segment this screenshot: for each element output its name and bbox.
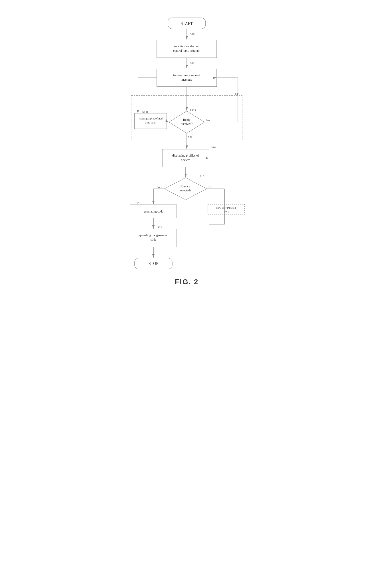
s16-box — [162, 149, 209, 167]
s20-label: S20 — [136, 201, 140, 205]
s141-text-line1: Waiting a predefined — [139, 117, 163, 120]
arrow-s141-to-s142 — [167, 121, 168, 122]
s22-text-line1: uploading the generated — [139, 234, 168, 237]
s18-text-line1: Device — [181, 185, 190, 188]
s20-text: generating code — [144, 210, 163, 213]
fig-label: FIG. 2 — [175, 278, 199, 286]
s142-label: S142 — [190, 108, 196, 111]
s141-label: S141 — [142, 110, 148, 113]
s14-label: S14 — [235, 92, 240, 95]
s22-label: S22 — [157, 226, 162, 229]
s12-box — [157, 69, 217, 87]
stop-label: STOP — [149, 261, 158, 266]
s18-label: S18 — [200, 175, 204, 178]
flowchart-svg: START S10 selecting an abstract control … — [124, 11, 249, 562]
s10-box — [157, 40, 217, 58]
s10-label: S10 — [190, 32, 195, 36]
s12-label: S12 — [190, 61, 195, 65]
s142-text-line1: Reply — [183, 118, 190, 122]
s142-text-line2: received? — [181, 122, 193, 125]
s142-no-label: No — [206, 118, 210, 122]
s22-text-line2: code — [151, 238, 156, 241]
diagram-container: START S10 selecting an abstract control … — [120, 4, 249, 575]
s12-text-line2: message — [181, 78, 192, 81]
s10-text-line1: selecting an abstract — [174, 45, 199, 48]
s18-text-line2: selected? — [180, 189, 191, 192]
s141-text-line2: time span — [145, 121, 156, 124]
new-user-query-line2: query — [223, 210, 229, 213]
s10-text-line2: control logic program — [173, 49, 200, 52]
s12-text-line1: transmitting a request — [173, 73, 200, 77]
s16-text-line1: displaying profiles of — [172, 154, 199, 157]
new-user-query-line1: New user initiated — [216, 206, 236, 209]
s16-label: S16 — [211, 146, 216, 149]
s16-text-line2: devices — [181, 158, 190, 162]
s18-yes-label: Yes — [157, 186, 162, 189]
start-label: START — [181, 21, 193, 26]
s142-yes-label: Yes — [188, 135, 192, 138]
